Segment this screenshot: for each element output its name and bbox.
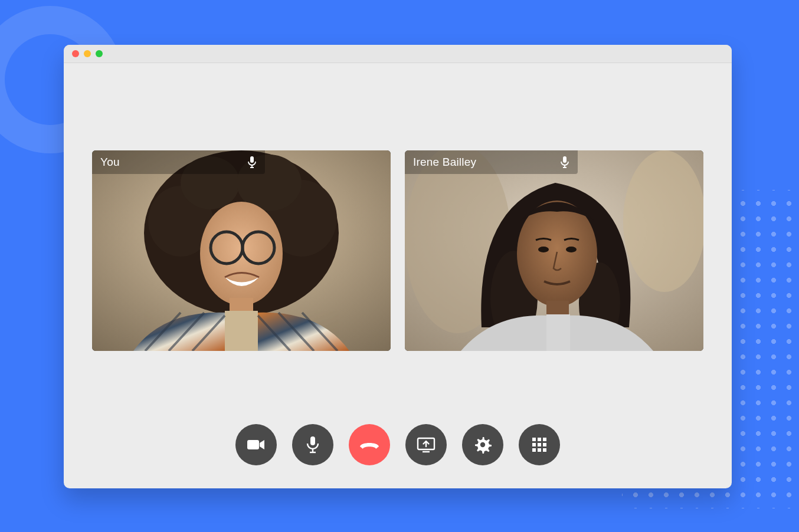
hangup-button[interactable] — [349, 424, 390, 465]
window-zoom-button[interactable] — [96, 50, 103, 57]
settings-button[interactable] — [462, 424, 503, 465]
svg-rect-34 — [247, 440, 259, 449]
video-feed-remote — [405, 150, 703, 351]
svg-rect-18 — [250, 156, 254, 163]
participant-name-remote: Irene Bailley — [413, 156, 476, 169]
camera-icon — [247, 438, 266, 451]
app-window: You — [64, 45, 732, 488]
svg-point-28 — [566, 247, 577, 252]
svg-rect-44 — [543, 438, 546, 441]
window-minimize-button[interactable] — [84, 50, 91, 57]
microphone-icon — [560, 156, 569, 168]
call-toolbar — [64, 424, 732, 465]
microphone-icon — [306, 436, 319, 454]
phone-hangup-icon — [359, 439, 380, 450]
svg-rect-45 — [532, 443, 536, 446]
share-screen-icon — [417, 436, 435, 453]
window-content: You — [64, 63, 732, 488]
camera-toggle-button[interactable] — [235, 424, 277, 465]
tile-label-bar: Irene Bailley — [405, 150, 578, 174]
svg-rect-46 — [538, 443, 541, 446]
video-feed-self — [92, 150, 391, 351]
grid-icon — [532, 437, 547, 452]
dialpad-grid-button[interactable] — [519, 424, 560, 465]
svg-rect-49 — [538, 448, 541, 452]
participant-name-self: You — [100, 156, 120, 169]
svg-point-27 — [538, 247, 549, 252]
video-tile-remote[interactable]: Irene Bailley — [405, 150, 703, 351]
svg-rect-50 — [543, 448, 546, 452]
video-tile-self[interactable]: You — [92, 150, 391, 351]
page-background: You — [0, 0, 799, 532]
share-screen-button[interactable] — [405, 424, 447, 465]
tile-label-bar: You — [92, 150, 265, 174]
svg-rect-35 — [310, 436, 315, 445]
svg-rect-43 — [538, 438, 541, 441]
svg-rect-31 — [563, 156, 566, 163]
video-grid: You — [92, 150, 703, 351]
svg-rect-11 — [225, 311, 258, 351]
window-titlebar — [64, 45, 732, 63]
gear-icon — [474, 436, 492, 454]
svg-rect-42 — [532, 438, 536, 441]
microphone-icon — [247, 156, 257, 168]
microphone-toggle-button[interactable] — [292, 424, 333, 465]
svg-point-41 — [480, 442, 485, 447]
svg-rect-48 — [532, 448, 536, 452]
svg-point-23 — [623, 150, 703, 292]
svg-rect-47 — [543, 443, 546, 446]
window-close-button[interactable] — [72, 50, 79, 57]
svg-rect-30 — [546, 314, 570, 351]
